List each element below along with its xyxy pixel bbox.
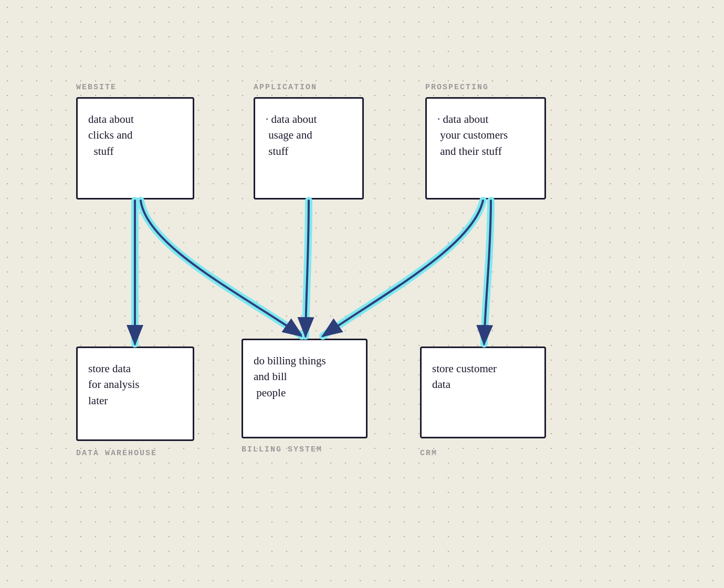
label-crm: CRM [420, 449, 437, 458]
box-warehouse: store datafor analysislater [76, 346, 194, 441]
box-website: data aboutclicks and stuff [76, 97, 194, 200]
arrow-prospecting-crm-glow [484, 201, 491, 344]
label-warehouse: DATA WAREHOUSE [76, 449, 157, 458]
text-application: · data about usage and stuff [266, 113, 317, 158]
box-application: · data about usage and stuff [254, 97, 364, 200]
box-prospecting: · data about your customers and their st… [425, 97, 546, 200]
text-billing: do billing thingsand bill people [254, 354, 326, 399]
label-website: WEBSITE [76, 83, 117, 92]
label-billing: BILLING SYSTEM [242, 445, 322, 454]
box-billing: do billing thingsand bill people [242, 339, 368, 438]
arrow-application-billing [306, 201, 309, 336]
arrow-application-billing-glow [306, 201, 309, 336]
label-prospecting: PROSPECTING [425, 83, 489, 92]
text-website: data aboutclicks and stuff [88, 113, 134, 158]
text-crm: store customerdata [432, 362, 497, 391]
text-warehouse: store datafor analysislater [88, 362, 139, 407]
label-application: APPLICATION [254, 83, 317, 92]
arrow-prospecting-billing-glow [323, 201, 483, 336]
box-crm: store customerdata [420, 346, 546, 438]
arrow-website-billing-glow [141, 201, 302, 336]
diagram-container: WEBSITE APPLICATION PROSPECTING data abo… [0, 0, 724, 588]
arrow-prospecting-crm [484, 201, 491, 344]
arrow-prospecting-billing [323, 201, 483, 336]
arrow-website-billing [141, 201, 302, 336]
text-prospecting: · data about your customers and their st… [437, 113, 508, 158]
